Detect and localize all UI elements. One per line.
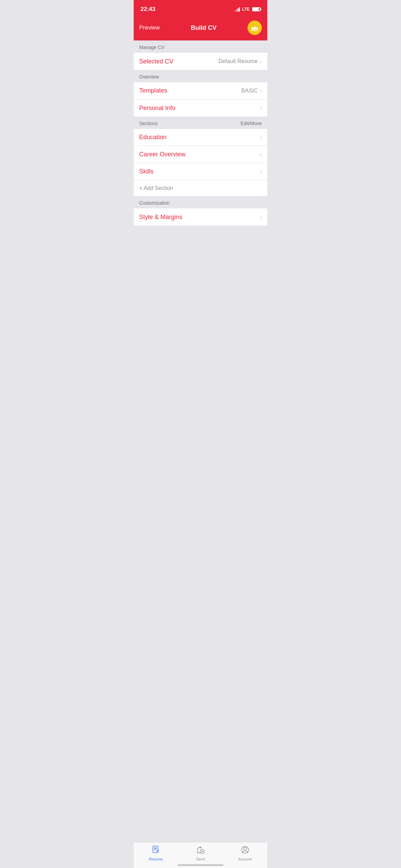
personal-info-item[interactable]: Personal Info › [134, 99, 267, 117]
selected-cv-right: Default Resume › [218, 58, 262, 65]
personal-info-right: › [260, 105, 262, 112]
style-margins-right: › [260, 214, 262, 221]
chevron-right-icon: › [260, 58, 262, 65]
add-section-item[interactable]: + Add Section [134, 180, 267, 196]
customization-label: Customization [139, 200, 170, 206]
education-label: Education [139, 134, 167, 141]
chevron-right-icon: › [260, 168, 262, 175]
chevron-right-icon: › [260, 214, 262, 221]
education-item[interactable]: Education › [134, 129, 267, 146]
overview-header: Overview [134, 70, 267, 82]
crown-button[interactable] [247, 21, 262, 35]
crown-icon [251, 24, 259, 32]
page-title: Build CV [191, 24, 217, 32]
manage-cv-group: Selected CV Default Resume › [134, 53, 267, 70]
selected-cv-label: Selected CV [139, 58, 173, 65]
overview-label: Overview [139, 74, 159, 80]
signal-icon [235, 7, 240, 12]
status-bar: 22:43 LTE [134, 0, 267, 17]
manage-cv-label: Manage CV [139, 45, 165, 50]
skills-right: › [260, 168, 262, 175]
personal-info-label: Personal Info [139, 105, 175, 112]
career-overview-item[interactable]: Career Overview › [134, 146, 267, 163]
style-margins-item[interactable]: Style & Margins › [134, 208, 267, 226]
add-section-label: + Add Section [139, 185, 173, 191]
templates-value: BASIC [241, 88, 258, 94]
skills-item[interactable]: Skills › [134, 163, 267, 180]
sections-header: Sections Edit/Move [134, 117, 267, 129]
status-time: 22:43 [141, 6, 155, 13]
customization-header: Customization [134, 196, 267, 208]
templates-right: BASIC › [241, 87, 262, 94]
career-overview-right: › [260, 151, 262, 158]
skills-label: Skills [139, 168, 154, 175]
education-right: › [260, 134, 262, 141]
sections-group: Education › Career Overview › Skills › +… [134, 129, 267, 196]
overview-group: Templates BASIC › Personal Info › [134, 82, 267, 117]
main-content: Manage CV Selected CV Default Resume › O… [134, 40, 267, 256]
templates-item[interactable]: Templates BASIC › [134, 82, 267, 99]
customization-group: Style & Margins › [134, 208, 267, 226]
selected-cv-value: Default Resume [218, 58, 258, 64]
preview-button[interactable]: Preview [139, 24, 160, 31]
carrier-label: LTE [242, 7, 250, 12]
battery-icon [252, 7, 260, 11]
chevron-right-icon: › [260, 134, 262, 141]
chevron-right-icon: › [260, 87, 262, 94]
selected-cv-item[interactable]: Selected CV Default Resume › [134, 53, 267, 70]
templates-label: Templates [139, 87, 167, 94]
style-margins-label: Style & Margins [139, 214, 182, 221]
edit-move-button[interactable]: Edit/Move [241, 121, 262, 126]
career-overview-label: Career Overview [139, 151, 185, 158]
nav-bar: Preview Build CV [134, 17, 267, 40]
manage-cv-header: Manage CV [134, 40, 267, 53]
status-icons: LTE [235, 7, 260, 12]
sections-label: Sections [139, 121, 158, 126]
chevron-right-icon: › [260, 151, 262, 158]
chevron-right-icon: › [260, 105, 262, 112]
